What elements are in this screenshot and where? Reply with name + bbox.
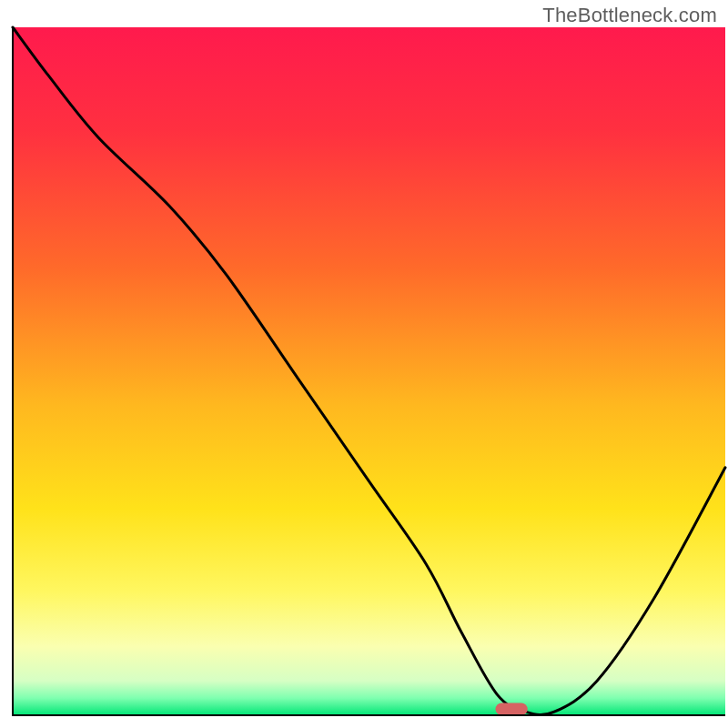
chart-container: TheBottleneck.com: [0, 0, 728, 728]
sweet-spot-marker: [495, 703, 527, 715]
watermark-text: TheBottleneck.com: [542, 4, 717, 27]
chart-svg: [0, 0, 728, 728]
chart-background: [13, 27, 725, 715]
